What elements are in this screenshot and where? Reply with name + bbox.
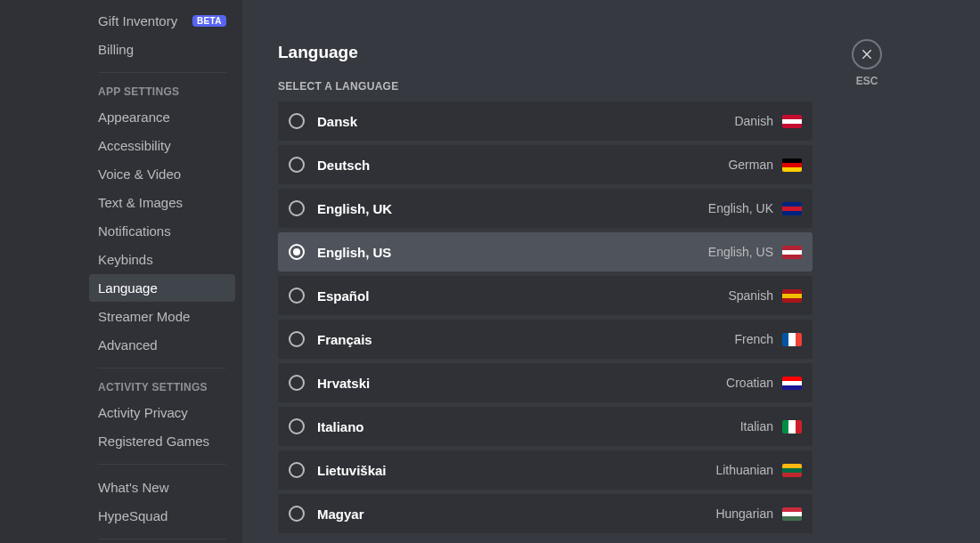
sidebar-item-streamer-mode[interactable]: Streamer Mode bbox=[89, 303, 235, 330]
language-label: Lietuviškai bbox=[317, 463, 715, 478]
flag-icon bbox=[782, 377, 802, 390]
language-label: English, UK bbox=[317, 201, 708, 216]
esc-label: ESC bbox=[856, 75, 878, 87]
radio-icon bbox=[289, 113, 305, 129]
flag-icon bbox=[782, 202, 802, 215]
language-native: French bbox=[734, 332, 773, 346]
flag-icon bbox=[782, 464, 802, 477]
sidebar-item-gift-inventory[interactable]: Gift InventoryBETA bbox=[89, 7, 235, 35]
language-native: English, US bbox=[708, 245, 773, 259]
language-native: German bbox=[728, 158, 773, 172]
sidebar-item-notifications[interactable]: Notifications bbox=[89, 217, 235, 245]
language-label: Hrvatski bbox=[317, 376, 726, 391]
language-native: Lithuanian bbox=[715, 463, 773, 477]
radio-icon bbox=[289, 506, 305, 522]
sidebar-item-label: What's New bbox=[98, 480, 226, 495]
language-native: Spanish bbox=[728, 288, 773, 303]
radio-icon bbox=[289, 462, 305, 478]
page-title: Language bbox=[278, 43, 813, 62]
language-native: Hungarian bbox=[715, 507, 773, 521]
sidebar-item-what-s-new[interactable]: What's New bbox=[89, 474, 235, 501]
sidebar-section-header: Activity Settings bbox=[89, 377, 235, 399]
sidebar-item-label: Keybinds bbox=[98, 252, 226, 267]
flag-icon bbox=[782, 289, 802, 303]
sidebar-separator bbox=[98, 368, 226, 369]
sidebar-item-label: Gift Inventory bbox=[98, 13, 192, 28]
sidebar-item-registered-games[interactable]: Registered Games bbox=[89, 427, 235, 455]
sidebar-item-activity-privacy[interactable]: Activity Privacy bbox=[89, 399, 235, 426]
language-option-fran-ais[interactable]: FrançaisFrench bbox=[278, 320, 813, 359]
sidebar-item-label: Voice & Video bbox=[98, 166, 226, 182]
radio-icon bbox=[289, 288, 305, 304]
radio-icon bbox=[289, 331, 305, 347]
language-option-english-uk[interactable]: English, UKEnglish, UK bbox=[278, 189, 813, 228]
close-button[interactable] bbox=[852, 39, 882, 69]
language-label: English, US bbox=[317, 245, 708, 260]
flag-icon bbox=[782, 158, 802, 172]
language-option-italiano[interactable]: ItalianoItalian bbox=[278, 407, 813, 446]
select-language-header: Select a Language bbox=[278, 80, 813, 93]
language-option-espa-ol[interactable]: EspañolSpanish bbox=[278, 276, 813, 315]
sidebar-item-text-images[interactable]: Text & Images bbox=[89, 189, 235, 216]
sidebar-separator bbox=[98, 72, 226, 73]
sidebar-item-label: HypeSquad bbox=[98, 508, 226, 523]
sidebar-item-advanced[interactable]: Advanced bbox=[89, 331, 235, 359]
language-native: Italian bbox=[740, 419, 773, 434]
sidebar-item-label: Text & Images bbox=[98, 195, 226, 210]
language-label: Magyar bbox=[317, 507, 715, 522]
radio-icon bbox=[289, 244, 305, 260]
radio-icon bbox=[289, 157, 305, 173]
language-label: Español bbox=[317, 288, 728, 304]
radio-icon bbox=[289, 200, 305, 216]
radio-icon bbox=[289, 418, 305, 434]
flag-icon bbox=[782, 115, 802, 128]
language-option-english-us[interactable]: English, USEnglish, US bbox=[278, 232, 813, 272]
flag-icon bbox=[782, 420, 802, 434]
sidebar-item-appearance[interactable]: Appearance bbox=[89, 103, 235, 131]
sidebar-item-label: Streamer Mode bbox=[98, 309, 226, 324]
language-option-magyar[interactable]: MagyarHungarian bbox=[278, 494, 813, 533]
language-label: Deutsch bbox=[317, 158, 728, 173]
sidebar-item-language[interactable]: Language bbox=[89, 274, 235, 302]
sidebar-item-label: Appearance bbox=[98, 109, 226, 125]
language-label: Dansk bbox=[317, 114, 734, 129]
sidebar-separator bbox=[98, 464, 226, 465]
language-label: Italiano bbox=[317, 419, 740, 434]
sidebar-item-label: Notifications bbox=[98, 223, 226, 239]
sidebar-section-header: App Settings bbox=[89, 82, 235, 103]
sidebar-item-accessibility[interactable]: Accessibility bbox=[89, 132, 235, 159]
sidebar-item-label: Advanced bbox=[98, 337, 226, 353]
language-native: Croatian bbox=[726, 376, 773, 390]
sidebar-item-voice-video[interactable]: Voice & Video bbox=[89, 160, 235, 188]
language-option-deutsch[interactable]: DeutschGerman bbox=[278, 145, 813, 184]
sidebar-item-label: Registered Games bbox=[98, 434, 226, 449]
sidebar-item-label: Activity Privacy bbox=[98, 405, 226, 420]
sidebar-item-label: Accessibility bbox=[98, 138, 226, 153]
language-option-lietuvi-kai[interactable]: LietuviškaiLithuanian bbox=[278, 450, 813, 490]
language-label: Français bbox=[317, 332, 734, 347]
sidebar-item-label: Billing bbox=[98, 42, 226, 57]
sidebar-item-label: Language bbox=[98, 280, 226, 296]
radio-icon bbox=[289, 375, 305, 391]
sidebar-item-keybinds[interactable]: Keybinds bbox=[89, 246, 235, 273]
sidebar-separator bbox=[98, 539, 226, 539]
sidebar-item-hypesquad[interactable]: HypeSquad bbox=[89, 502, 235, 530]
language-native: English, UK bbox=[708, 201, 773, 215]
language-option-dansk[interactable]: DanskDanish bbox=[278, 101, 813, 141]
flag-icon bbox=[782, 333, 802, 346]
flag-icon bbox=[782, 507, 802, 521]
close-icon bbox=[860, 47, 874, 61]
sidebar-item-billing[interactable]: Billing bbox=[89, 36, 235, 63]
beta-badge: BETA bbox=[192, 15, 226, 27]
language-option-hrvatski[interactable]: HrvatskiCroatian bbox=[278, 363, 813, 402]
language-native: Danish bbox=[734, 114, 773, 128]
flag-icon bbox=[782, 246, 802, 259]
